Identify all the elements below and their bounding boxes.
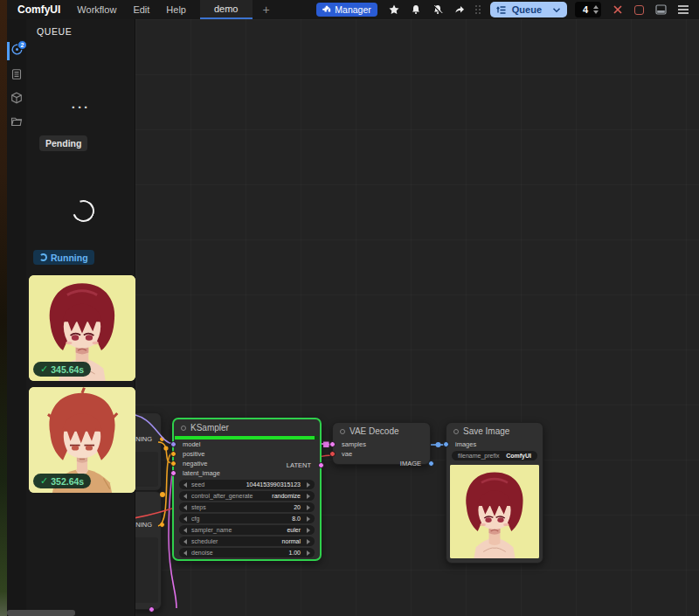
ksampler-node[interactable]: KSampler model LATENT positive negative … <box>172 418 322 561</box>
star-icon[interactable] <box>389 4 399 15</box>
input-images[interactable]: images <box>446 440 543 449</box>
drag-handle-icon[interactable] <box>475 5 481 14</box>
conditioning-output-dot[interactable] <box>159 522 165 528</box>
queue-run-button[interactable]: Queue <box>490 2 567 17</box>
negative-input-dot[interactable] <box>170 460 176 467</box>
widget-name: cfg <box>191 516 199 522</box>
collapse-dot-icon[interactable] <box>340 429 345 434</box>
bell-icon[interactable] <box>411 4 421 15</box>
increment-arrow-icon[interactable] <box>307 516 310 522</box>
collapse-dot-icon[interactable] <box>453 429 459 434</box>
latent-output-dot[interactable] <box>149 606 155 613</box>
widget-seed[interactable]: seed 1044153990315123 <box>179 480 315 489</box>
batch-count-stepper[interactable]: 4 <box>575 2 601 17</box>
vae-input-dot[interactable] <box>329 451 336 457</box>
running-section-chip[interactable]: Running <box>33 250 94 265</box>
model-input-dot[interactable] <box>170 441 176 447</box>
widget-scheduler[interactable]: scheduler normal <box>179 536 315 546</box>
latent-image-input-dot[interactable] <box>170 470 176 476</box>
increment-arrow-icon[interactable] <box>307 494 310 499</box>
input-vae[interactable]: vae <box>333 449 430 459</box>
widget-value: randomize <box>272 493 301 499</box>
widget-control-after-generate[interactable]: control_after_generate randomize <box>179 491 315 501</box>
samples-input-dot[interactable] <box>329 441 336 447</box>
node-title: VAE Decode <box>350 426 399 436</box>
bottom-panel-icon[interactable] <box>655 4 667 15</box>
decrement-arrow-icon[interactable] <box>183 539 187 544</box>
widget-denoise[interactable]: denoise 1.00 <box>179 548 315 557</box>
widget-sampler-name[interactable]: sampler_name euler <box>179 525 315 535</box>
node-header[interactable]: VAE Decode <box>333 423 430 440</box>
node-header[interactable]: KSampler <box>174 419 320 436</box>
execution-time: 345.64s <box>51 364 84 375</box>
active-tab-indicator <box>7 42 10 60</box>
node-header[interactable] <box>135 413 161 430</box>
decrement-arrow-icon[interactable] <box>183 528 187 533</box>
node-header[interactable] <box>135 492 161 509</box>
images-input-dot[interactable] <box>443 441 449 447</box>
image-output-dot[interactable] <box>428 460 434 467</box>
queue-result-thumbnail[interactable]: ✓ 345.64s <box>29 275 135 381</box>
check-icon: ✓ <box>40 364 48 374</box>
conditioning-output[interactable]: NING <box>135 520 161 529</box>
decrement-arrow-icon[interactable] <box>183 494 187 499</box>
image-output[interactable]: IMAGE <box>400 459 430 468</box>
widget-filename-prefix[interactable]: filename_prefix ComfyUI <box>452 451 537 460</box>
bell-off-icon[interactable] <box>433 4 443 15</box>
widget-steps[interactable]: steps 20 <box>179 502 315 512</box>
stop-icon[interactable] <box>634 5 644 15</box>
input-label: negative <box>183 460 207 467</box>
increment-arrow-icon[interactable] <box>307 539 310 544</box>
increment-arrow-icon[interactable] <box>307 482 310 488</box>
decrement-arrow-icon[interactable] <box>183 516 187 522</box>
input-positive[interactable]: positive <box>174 449 320 459</box>
chevron-down-icon[interactable] <box>552 7 561 13</box>
menu-edit[interactable]: Edit <box>133 4 149 15</box>
workflow-tab[interactable]: demo <box>200 0 253 19</box>
graph-canvas[interactable]: NING th lor, ed itable NING <box>135 19 699 616</box>
output-label: NING <box>135 521 152 529</box>
input-samples[interactable]: samples IMAGE <box>333 440 430 449</box>
model-library-icon[interactable] <box>10 92 24 105</box>
manager-button[interactable]: Manager <box>316 3 377 17</box>
input-model[interactable]: model LATENT <box>174 440 320 449</box>
node-header[interactable]: Save Image <box>446 423 543 440</box>
clip-text-encode-node-partial[interactable]: NING <box>135 491 162 610</box>
collapsed-items-indicator[interactable]: ... <box>26 96 135 111</box>
saved-image-preview[interactable] <box>450 465 539 558</box>
prompt-textarea[interactable]: th lor, ed itable <box>135 452 158 487</box>
increment-arrow-icon[interactable] <box>307 528 310 533</box>
vae-decode-node[interactable]: VAE Decode samples IMAGE vae <box>332 422 431 465</box>
decrement-arrow-icon[interactable] <box>183 482 187 488</box>
share-icon[interactable] <box>454 4 465 15</box>
conditioning-output[interactable]: NING <box>135 434 161 444</box>
collapse-dot-icon[interactable] <box>181 426 186 431</box>
positive-input-dot[interactable] <box>170 451 176 457</box>
conditioning-output-dot[interactable] <box>159 436 165 442</box>
panel-scrollbar[interactable] <box>7 610 75 616</box>
queue-result-thumbnail[interactable]: ✓ 352.64s <box>29 387 135 493</box>
pending-section-chip[interactable]: Pending <box>39 135 87 151</box>
decrement-arrow-icon[interactable] <box>183 505 187 510</box>
workflows-icon[interactable] <box>10 115 24 128</box>
widget-value: 20 <box>294 504 301 510</box>
menu-workflow[interactable]: Workflow <box>77 4 116 15</box>
clip-text-encode-node-partial[interactable]: NING th lor, ed itable <box>135 412 162 491</box>
input-negative[interactable]: negative <box>174 459 320 468</box>
node-library-icon[interactable] <box>10 68 24 81</box>
prompt-textarea[interactable] <box>135 537 158 603</box>
decrement-arrow-icon[interactable] <box>183 550 187 556</box>
decrement-icon[interactable] <box>593 10 599 14</box>
new-workflow-button[interactable]: + <box>263 3 270 16</box>
widget-cfg[interactable]: cfg 8.0 <box>179 514 315 523</box>
menu-help[interactable]: Help <box>166 4 186 15</box>
increment-icon[interactable] <box>593 5 599 9</box>
save-image-node[interactable]: Save Image images filename_prefix ComfyU… <box>446 422 543 564</box>
app-logo[interactable]: ComfyUI <box>17 3 60 16</box>
menu-icon[interactable] <box>678 5 689 14</box>
cancel-run-icon[interactable] <box>612 4 623 15</box>
node-title: Save Image <box>463 426 509 436</box>
increment-arrow-icon[interactable] <box>307 550 310 556</box>
increment-arrow-icon[interactable] <box>307 505 310 510</box>
input-latent-image[interactable]: latent_image <box>174 468 320 478</box>
